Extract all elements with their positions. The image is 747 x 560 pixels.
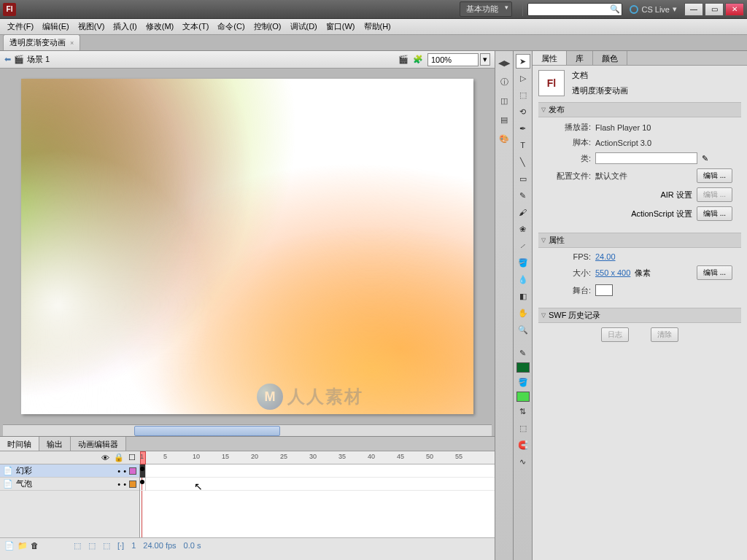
timeline-frames[interactable]: ↖ — [140, 464, 495, 537]
swatches-panel-icon[interactable]: 🎨 — [497, 131, 511, 146]
lasso-tool-icon[interactable]: ⟲ — [516, 104, 530, 119]
document-tab[interactable]: 透明度渐变动画 × — [3, 34, 80, 50]
edit-profile-button[interactable]: 编辑 ... — [697, 168, 732, 183]
stroke-swatch[interactable] — [516, 362, 530, 373]
scene-icon: 🎬 — [14, 55, 24, 64]
paint-bucket-icon[interactable]: 🪣 — [516, 255, 530, 270]
center-frame-icon[interactable]: [·] — [117, 541, 124, 551]
horizontal-scrollbar[interactable] — [3, 424, 492, 436]
tab-color[interactable]: 颜色 — [593, 51, 627, 65]
edit-as-button[interactable]: 编辑 ... — [697, 206, 732, 221]
selection-tool-icon[interactable]: ➤ — [516, 54, 530, 69]
document-name: 透明度渐变动画 — [572, 85, 628, 96]
onion-skin-icon[interactable]: ⬚ — [74, 541, 81, 551]
edit-symbols-icon[interactable]: 🧩 — [413, 55, 423, 64]
section-properties[interactable]: ▽属性 — [538, 233, 741, 248]
script-value: ActionScript 3.0 — [595, 139, 651, 147]
layer-name: 气泡 — [16, 478, 115, 489]
stroke-color-icon[interactable]: ✎ — [516, 346, 530, 360]
bone-tool-icon[interactable]: ⟋ — [516, 238, 530, 253]
timeline-ruler[interactable]: 1 5 10 15 20 25 30 35 40 45 50 55 — [140, 451, 495, 464]
zoom-tool-icon[interactable]: 🔍 — [516, 322, 530, 337]
minimize-button[interactable]: — — [684, 3, 703, 16]
tab-properties[interactable]: 属性 — [533, 51, 567, 65]
zoom-input[interactable] — [427, 53, 479, 66]
pencil-tool-icon[interactable]: ✎ — [516, 188, 530, 203]
menu-control[interactable]: 控制(O) — [249, 19, 286, 34]
cslive-button[interactable]: CS Live ▾ — [630, 4, 677, 14]
swap-colors-icon[interactable]: ⇅ — [516, 404, 530, 419]
pen-tool-icon[interactable]: ✒ — [516, 121, 530, 136]
expand-panels-icon[interactable]: ◀▶ — [497, 55, 511, 70]
class-input[interactable] — [595, 152, 697, 164]
magnet-icon[interactable]: 🧲 — [516, 438, 530, 452]
fill-color-icon[interactable]: 🪣 — [516, 375, 530, 389]
menubar: 文件(F) 编辑(E) 视图(V) 插入(I) 修改(M) 文本(T) 命令(C… — [0, 19, 747, 35]
tab-motion-editor[interactable]: 动画编辑器 — [71, 437, 126, 451]
profile-label: 配置文件: — [547, 171, 591, 182]
eye-icon[interactable]: 👁 — [101, 454, 109, 462]
text-tool-icon[interactable]: T — [516, 138, 530, 152]
free-transform-icon[interactable]: ⬚ — [516, 88, 530, 102]
search-icon: 🔍 — [610, 4, 620, 14]
zoom-dropdown-icon[interactable]: ▾ — [480, 53, 490, 66]
snap-icon[interactable]: ⬚ — [516, 421, 530, 435]
close-button[interactable]: ✕ — [725, 3, 744, 16]
section-publish[interactable]: ▽发布 — [538, 102, 741, 117]
edit-air-button[interactable]: 编辑 ... — [697, 187, 732, 202]
info-panel-icon[interactable]: ⓘ — [497, 74, 511, 89]
delete-layer-icon[interactable]: 🗑 — [31, 541, 39, 551]
maximize-button[interactable]: ▭ — [705, 3, 724, 16]
fill-swatch[interactable] — [516, 392, 530, 402]
size-value[interactable]: 550 x 400 — [595, 268, 630, 277]
layer-row[interactable]: 📄 幻彩 •• — [0, 464, 139, 478]
section-swf-history[interactable]: ▽SWF 历史记录 — [538, 308, 741, 323]
outline-icon[interactable]: ☐ — [128, 453, 136, 462]
canvas-area[interactable]: M人人素材 — [0, 69, 495, 424]
menu-modify[interactable]: 修改(M) — [142, 19, 179, 34]
line-tool-icon[interactable]: ╲ — [516, 155, 530, 169]
subselection-tool-icon[interactable]: ▷ — [516, 71, 530, 85]
layer-row[interactable]: 📄 气泡 •• — [0, 478, 139, 491]
fps-value[interactable]: 24.00 — [595, 252, 616, 261]
brush-tool-icon[interactable]: 🖌 — [516, 205, 530, 219]
menu-file[interactable]: 文件(F) — [3, 19, 38, 34]
clear-button[interactable]: 清除 — [651, 327, 678, 342]
eyedropper-icon[interactable]: 💧 — [516, 272, 530, 287]
profile-value: 默认文件 — [595, 171, 627, 182]
new-folder-icon[interactable]: 📁 — [18, 541, 28, 551]
align-panel-icon[interactable]: ▤ — [497, 112, 511, 127]
smooth-icon[interactable]: ∿ — [516, 454, 530, 469]
tab-timeline[interactable]: 时间轴 — [0, 437, 39, 451]
tab-output[interactable]: 输出 — [39, 437, 71, 451]
tab-library[interactable]: 库 — [567, 51, 593, 65]
transform-panel-icon[interactable]: ◫ — [497, 93, 511, 108]
menu-insert[interactable]: 插入(I) — [109, 19, 141, 34]
edit-size-button[interactable]: 编辑 ... — [697, 265, 732, 280]
eraser-tool-icon[interactable]: ◧ — [516, 289, 530, 303]
menu-commands[interactable]: 命令(C) — [213, 19, 249, 34]
stage-color-swatch[interactable] — [595, 284, 613, 296]
menu-help[interactable]: 帮助(H) — [360, 19, 395, 34]
workspace-switcher[interactable]: 基本功能 — [460, 1, 512, 17]
menu-view[interactable]: 视图(V) — [74, 19, 109, 34]
edit-multiple-icon[interactable]: ⬚ — [103, 541, 110, 551]
deco-tool-icon[interactable]: ❀ — [516, 222, 530, 236]
onion-outline-icon[interactable]: ⬚ — [88, 541, 96, 551]
titlebar: Fl 基本功能 🔍 CS Live ▾ — ▭ ✕ — [0, 0, 747, 19]
search-input[interactable]: 🔍 — [527, 3, 622, 16]
menu-window[interactable]: 窗口(W) — [322, 19, 360, 34]
stage[interactable] — [21, 79, 473, 414]
new-layer-icon[interactable]: 📄 — [4, 541, 15, 551]
menu-debug[interactable]: 调试(D) — [286, 19, 322, 34]
lock-icon[interactable]: 🔒 — [114, 453, 124, 462]
hand-tool-icon[interactable]: ✋ — [516, 306, 530, 320]
close-tab-icon[interactable]: × — [70, 39, 74, 47]
edit-scene-icon[interactable]: 🎬 — [398, 55, 409, 64]
pencil-icon[interactable]: ✎ — [702, 154, 708, 163]
rectangle-tool-icon[interactable]: ▭ — [516, 171, 530, 186]
menu-edit[interactable]: 编辑(E) — [38, 19, 74, 34]
log-button[interactable]: 日志 — [601, 327, 629, 342]
menu-text[interactable]: 文本(T) — [178, 19, 213, 34]
back-icon[interactable]: ⬅ — [4, 55, 11, 64]
